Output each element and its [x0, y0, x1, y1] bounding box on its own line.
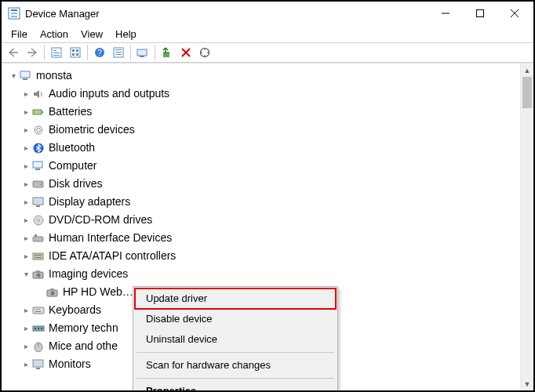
tree-item-hid[interactable]: ▸Human Interface Devices	[3, 229, 519, 247]
tree-item-display[interactable]: ▸Display adapters	[3, 193, 519, 211]
toolbar-separator	[44, 45, 45, 60]
menu-properties[interactable]: Properties	[135, 381, 336, 392]
menu-view[interactable]: View	[75, 27, 109, 42]
scan-hardware-button[interactable]	[196, 44, 213, 61]
svg-rect-24	[140, 56, 144, 57]
menu-scan-hardware[interactable]: Scan for hardware changes	[135, 355, 336, 376]
camera-icon	[45, 286, 60, 299]
expand-icon[interactable]: ▸	[20, 337, 31, 355]
scrollbar[interactable]: ▲ ▼	[520, 64, 533, 390]
svg-rect-12	[71, 48, 80, 57]
svg-rect-23	[137, 49, 147, 56]
svg-rect-16	[76, 53, 78, 56]
uninstall-device-button[interactable]	[177, 44, 195, 61]
expand-icon[interactable]: ▸	[20, 157, 31, 175]
svg-rect-59	[39, 309, 40, 310]
expand-icon[interactable]: ▸	[20, 211, 31, 229]
audio-icon	[31, 88, 45, 100]
svg-rect-64	[41, 328, 42, 329]
svg-rect-5	[477, 10, 484, 17]
back-button[interactable]	[5, 44, 22, 61]
view-button[interactable]	[67, 44, 84, 61]
tree-item-imaging[interactable]: ▾Imaging devices	[3, 265, 519, 283]
tree-label: Imaging devices	[49, 265, 128, 283]
svg-rect-56	[35, 309, 35, 310]
maximize-button[interactable]	[463, 2, 497, 24]
svg-rect-29	[20, 71, 30, 78]
toolbar-separator	[130, 45, 131, 60]
svg-rect-14	[76, 49, 78, 52]
expand-icon[interactable]: ▸	[20, 175, 31, 193]
svg-rect-25	[163, 52, 169, 57]
svg-rect-11	[53, 55, 60, 56]
close-button[interactable]	[497, 2, 532, 24]
svg-point-33	[35, 126, 42, 134]
scroll-track[interactable]	[521, 77, 533, 377]
tree-root[interactable]: ▾ monsta	[3, 67, 519, 85]
tree-item-batteries[interactable]: ▸Batteries	[3, 103, 519, 121]
menu-update-driver[interactable]: Update driver	[135, 289, 336, 309]
scroll-down-icon[interactable]: ▼	[521, 377, 533, 390]
tree-item-biometric[interactable]: ▸Biometric devices	[3, 121, 519, 139]
tree-item-audio[interactable]: ▸Audio inputs and outputs	[3, 85, 519, 103]
expand-icon[interactable]: ▸	[20, 85, 31, 103]
tree-item-disk[interactable]: ▸Disk drives	[3, 175, 519, 193]
svg-rect-13	[72, 49, 75, 52]
svg-rect-45	[35, 234, 37, 237]
tree-label: Computer	[49, 157, 96, 175]
expand-icon[interactable]: ▸	[20, 247, 31, 265]
svg-rect-67	[33, 360, 43, 367]
expand-icon[interactable]: ▸	[20, 355, 31, 373]
svg-rect-36	[33, 162, 42, 168]
hid-icon	[31, 232, 45, 245]
dvd-icon	[31, 214, 45, 227]
expand-icon[interactable]: ▸	[20, 139, 31, 157]
expand-icon[interactable]: ▸	[20, 103, 31, 121]
tree-label: IDE ATA/ATAPI controllers	[49, 247, 176, 265]
ide-icon	[31, 250, 45, 263]
menu-disable-device[interactable]: Disable device	[135, 309, 336, 329]
svg-rect-9	[53, 50, 56, 51]
memory-icon	[31, 322, 45, 335]
expand-icon[interactable]: ▸	[20, 121, 31, 139]
menu-file[interactable]: File	[5, 27, 34, 42]
expand-icon[interactable]: ▸	[20, 301, 31, 319]
expand-icon[interactable]: ▸	[20, 229, 31, 247]
expand-icon[interactable]: ▸	[20, 193, 31, 211]
app-icon	[8, 7, 20, 20]
window-title: Device Manager	[25, 8, 428, 20]
expand-icon[interactable]: ▸	[20, 319, 31, 337]
menu-separator	[136, 378, 334, 379]
svg-rect-41	[36, 205, 40, 207]
svg-rect-20	[115, 49, 122, 50]
svg-rect-3	[11, 16, 17, 17]
scroll-thumb[interactable]	[522, 77, 532, 108]
update-driver-button[interactable]	[134, 44, 151, 61]
show-hidden-button[interactable]	[48, 44, 65, 61]
enable-device-button[interactable]	[158, 44, 176, 61]
scroll-up-icon[interactable]: ▲	[521, 64, 533, 77]
forward-button[interactable]	[24, 44, 41, 61]
menu-uninstall-device[interactable]: Uninstall device	[135, 329, 336, 350]
menubar: File Action View Help	[2, 25, 533, 42]
menu-help[interactable]: Help	[109, 27, 143, 42]
tree-root-label: monsta	[36, 67, 72, 85]
svg-rect-30	[23, 78, 27, 80]
tree-item-dvd[interactable]: ▸DVD/CD-ROM drives	[3, 211, 519, 229]
tree-item-bluetooth[interactable]: ▸Bluetooth	[3, 139, 519, 157]
collapse-icon[interactable]: ▾	[20, 265, 31, 283]
tree-label: Disk drives	[49, 175, 102, 193]
properties-button[interactable]	[110, 44, 127, 61]
menu-action[interactable]: Action	[34, 27, 75, 42]
context-menu: Update driver Disable device Uninstall d…	[133, 286, 338, 392]
imaging-icon	[31, 268, 45, 281]
svg-rect-46	[33, 253, 43, 260]
battery-icon	[31, 106, 45, 118]
tree-item-ide[interactable]: ▸IDE ATA/ATAPI controllers	[3, 247, 519, 265]
computer-root-icon	[19, 70, 33, 82]
tree-item-computer[interactable]: ▸Computer	[3, 157, 519, 175]
svg-rect-21	[115, 52, 122, 53]
help-button[interactable]: ?	[91, 44, 108, 61]
collapse-icon[interactable]: ▾	[8, 67, 19, 85]
minimize-button[interactable]	[428, 2, 463, 24]
